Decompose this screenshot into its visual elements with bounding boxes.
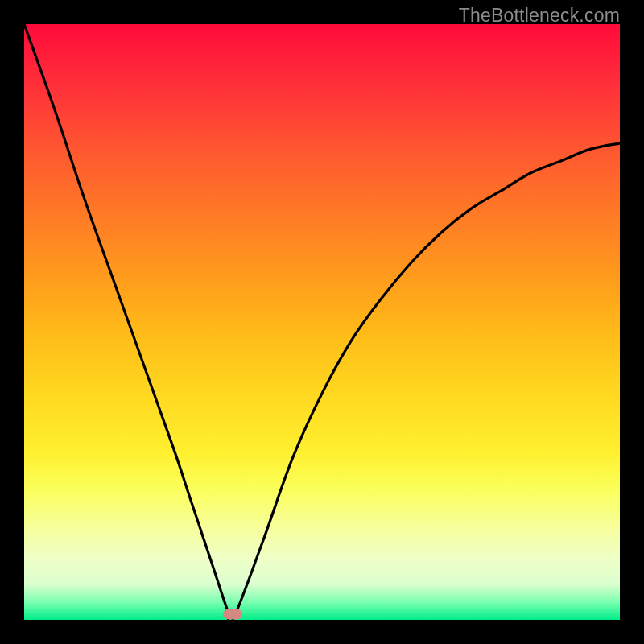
chart-frame: TheBottleneck.com — [0, 0, 644, 644]
bottleneck-curve-path — [24, 24, 620, 620]
curve-svg — [24, 24, 620, 620]
watermark-text: TheBottleneck.com — [459, 5, 620, 27]
optimal-marker — [223, 609, 242, 619]
plot-area — [24, 24, 620, 620]
